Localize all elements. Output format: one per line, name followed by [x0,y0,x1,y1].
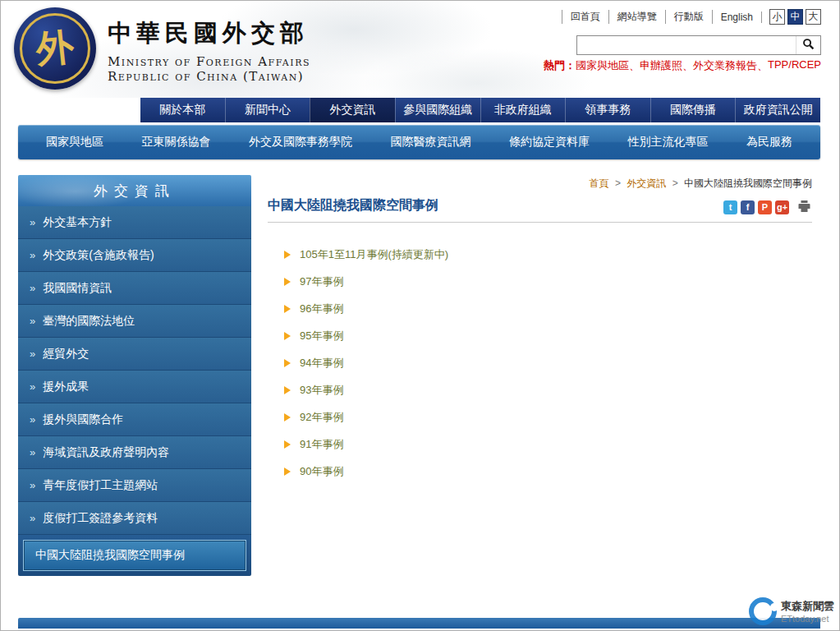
utility-link[interactable]: 行動版 [666,10,713,24]
breadcrumb-home[interactable]: 首頁 [590,177,609,189]
list-item: 92年事例 [284,410,812,424]
main-nav-item[interactable]: 國際傳播 [650,98,736,122]
chevron-icon: » [30,479,35,491]
ettoday-logo-icon [749,597,777,625]
arrow-bullet-icon [284,332,291,340]
year-link[interactable]: 96年事例 [300,302,343,316]
breadcrumb-section[interactable]: 外交資訊 [627,177,666,189]
breadcrumb-separator: > [672,177,678,189]
year-link[interactable]: 105年1至11月事例(持續更新中) [300,247,448,262]
year-link-list: 105年1至11月事例(持續更新中) 97年事例 96年事例 95年事例 [268,247,812,478]
site-title-en-line2: Republic of China (Taiwan) [108,69,310,84]
main-nav-label: 關於本部 [159,103,205,117]
twitter-icon[interactable]: t [723,200,737,214]
year-link[interactable]: 93年事例 [300,383,343,398]
sub-nav-item[interactable]: 為民服務 [746,135,792,150]
arrow-bullet-icon [284,440,291,449]
site-title-zh: 中華民國外交部 [108,17,310,50]
list-item: 91年事例 [284,437,812,451]
sidebar-item[interactable]: » 外交基本方針 [18,206,251,239]
sidebar-item[interactable]: » 援外成果 [18,371,251,403]
main-nav-label: 非政府組織 [494,103,552,117]
main-nav-item[interactable]: 新聞中心 [225,98,310,122]
hot-link[interactable]: 外交業務報告 [693,58,768,73]
sidebar-active-wrap: 中國大陸阻撓我國際空間事例 [18,535,251,576]
facebook-icon[interactable]: f [741,200,755,214]
main-nav-item[interactable]: 政府資訊公開 [735,98,820,122]
sidebar-item-active[interactable]: 中國大陸阻撓我國際空間事例 [23,540,246,571]
print-button[interactable] [796,200,812,214]
print-icon [797,200,811,215]
chevron-icon: » [30,413,35,426]
sidebar-item[interactable]: » 臺灣的國際法地位 [18,305,251,338]
arrow-bullet-icon [284,413,291,421]
sidebar-item[interactable]: » 外交政策(含施政報告) [18,239,251,272]
sub-nav-item[interactable]: 條約協定資料庫 [509,135,590,150]
share-bar: t f P g+ [723,200,812,214]
chevron-icon: » [30,315,35,327]
font-size-button[interactable]: 小 [769,9,785,25]
plurk-icon[interactable]: P [758,200,772,214]
year-link[interactable]: 90年事例 [300,464,343,479]
main-nav-label: 國際傳播 [670,103,716,117]
sidebar-items: » 外交基本方針 » 外交政策(含施政報告) » 我國國情資訊 » 臺灣的國際法… [18,206,251,535]
main-nav-item[interactable]: 參與國際組織 [395,98,480,122]
share-icons: t f P g+ [723,200,789,214]
arrow-bullet-icon [284,251,291,259]
utility-link[interactable]: 網站導覽 [609,10,666,24]
sub-nav-item[interactable]: 亞東關係協會 [142,135,211,150]
google-plus-icon[interactable]: g+ [775,200,789,214]
sidebar-item[interactable]: » 度假打工簽證參考資料 [18,502,251,535]
sidebar-item[interactable]: » 海域資訊及政府聲明內容 [18,436,251,469]
utility-link[interactable]: English [713,12,762,23]
hot-link[interactable]: TPP/RCEP [768,58,821,73]
sidebar: 外交資訊 » 外交基本方針 » 外交政策(含施政報告) » 我國國情資訊 [18,175,251,576]
search-icon [802,38,815,53]
chevron-icon: » [30,446,35,458]
sidebar-item[interactable]: » 我國國情資訊 [18,272,251,305]
sidebar-title: 外交資訊 [18,175,251,206]
main-nav-label: 政府資訊公開 [744,103,813,117]
sidebar-item[interactable]: » 經貿外交 [18,338,251,371]
search-button[interactable] [796,36,820,54]
main-nav-item[interactable]: 非政府組織 [480,98,566,122]
utility-link[interactable]: 回首頁 [562,10,609,24]
list-item: 95年事例 [284,329,812,343]
mofa-logo[interactable]: 外 [14,7,96,90]
arrow-bullet-icon [284,386,291,394]
main-nav-label: 領事事務 [585,103,631,117]
font-size-button[interactable]: 中 [787,9,803,25]
sidebar-item-label: 援外與國際合作 [43,412,123,427]
year-link[interactable]: 94年事例 [300,356,343,371]
arrow-bullet-icon [284,467,291,476]
hot-link[interactable]: 申辦護照 [640,58,693,73]
hot-link[interactable]: 國家與地區 [576,58,640,73]
sub-nav-item[interactable]: 國際醫療資訊網 [391,135,471,150]
search-input[interactable] [577,36,796,54]
sub-nav-item[interactable]: 國家與地區 [46,135,103,150]
main-nav-item[interactable]: 關於本部 [140,98,225,122]
sidebar-item[interactable]: » 青年度假打工主題網站 [18,469,251,502]
breadcrumb-current: 中國大陸阻撓我國際空間事例 [684,177,812,189]
sub-nav-item[interactable]: 外交及國際事務學院 [249,135,352,150]
font-size-button[interactable]: 大 [806,9,821,25]
main-nav-item[interactable]: 外交資訊 [310,98,395,122]
watermark-line2: ETtoday.net [781,614,834,624]
hot-label: 熱門： [544,58,576,73]
list-item: 97年事例 [284,274,812,288]
sidebar-item-label: 青年度假打工主題網站 [43,478,158,493]
chevron-icon: » [30,512,35,524]
header: 外 中華民國外交部 Ministry of Foreign Affairs Re… [1,1,839,98]
sub-nav: 國家與地區亞東關係協會外交及國際事務學院國際醫療資訊網條約協定資料庫性別主流化專… [18,125,820,159]
year-link[interactable]: 95年事例 [300,329,343,343]
main-nav-item[interactable]: 領事事務 [565,98,650,122]
sub-nav-item[interactable]: 性別主流化專區 [628,135,709,150]
year-link[interactable]: 91年事例 [300,437,343,452]
sidebar-item[interactable]: » 援外與國際合作 [18,403,251,436]
year-link[interactable]: 97年事例 [300,274,343,289]
utility-links: 回首頁網站導覽行動版English [562,10,762,24]
year-link[interactable]: 92年事例 [300,410,343,425]
search-bar [576,35,821,55]
chevron-icon: » [30,216,35,228]
main-nav-label: 參與國際組織 [403,103,472,117]
